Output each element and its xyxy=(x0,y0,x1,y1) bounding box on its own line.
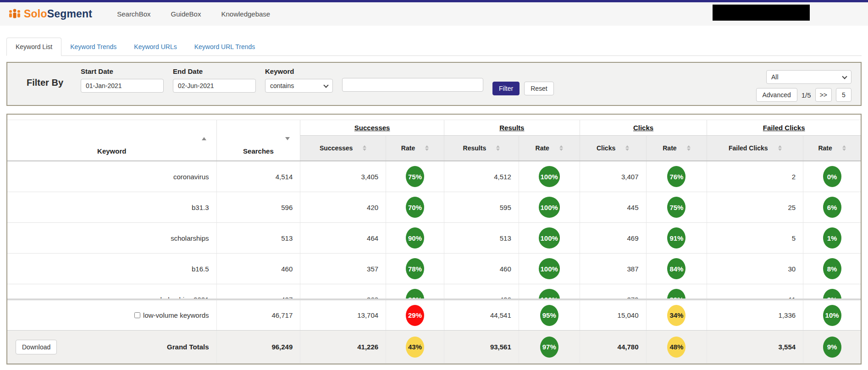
sort-both-icon[interactable] xyxy=(363,145,366,151)
brand-logo[interactable]: SoloSegment xyxy=(8,8,92,20)
results-cell: 4,512 xyxy=(444,161,519,192)
column-header-failed-clicks[interactable]: Failed Clicks xyxy=(707,135,803,160)
successes-cell: 368 xyxy=(300,284,386,298)
rate-badge: 29% xyxy=(406,305,424,326)
column-header-successes[interactable]: Successes xyxy=(300,135,386,160)
rate-badge: 9% xyxy=(823,337,841,358)
sort-asc-icon[interactable] xyxy=(202,137,206,140)
searches-cell: 46,717 xyxy=(216,300,300,330)
keyword-cell: coronavirus xyxy=(7,161,216,192)
table-row: scholarships 513 464 90% 513 100% 469 91… xyxy=(7,223,861,254)
download-button[interactable]: Download xyxy=(16,340,57,354)
sort-both-icon[interactable] xyxy=(687,145,691,151)
rate-badge: 90% xyxy=(406,227,424,249)
rate-badge: 43% xyxy=(406,337,424,358)
tab-keyword-url-trends[interactable]: Keyword URL Trends xyxy=(186,38,264,55)
rate-badge: 75% xyxy=(406,166,424,187)
rate-badge: 34% xyxy=(667,305,686,326)
grand-totals-label: Grand Totals xyxy=(167,343,209,351)
group-header-results[interactable]: Results xyxy=(444,120,580,135)
failed-rate-cell: 1% xyxy=(803,223,861,253)
failed-clicks-cell: 2 xyxy=(707,161,803,192)
results-rate-cell: 100% xyxy=(519,223,580,253)
filter-actions: Filter Reset xyxy=(492,82,554,95)
column-header-clicks-rate[interactable]: Rate xyxy=(646,135,707,160)
nav-item-knowledgebase[interactable]: Knowledgebase xyxy=(211,6,280,22)
nav-item-guidebox[interactable]: GuideBox xyxy=(161,6,211,22)
column-header-results-rate[interactable]: Rate xyxy=(519,135,580,160)
filter-title: Filter By xyxy=(27,77,63,88)
group-header-clicks[interactable]: Clicks xyxy=(580,120,707,135)
rate-badge: 1% xyxy=(823,227,841,249)
sort-both-icon[interactable] xyxy=(842,145,846,151)
searches-cell: 460 xyxy=(216,254,300,284)
tab-keyword-list[interactable]: Keyword List xyxy=(6,38,61,56)
table-top-strip xyxy=(7,115,861,120)
next-page-button[interactable]: >> xyxy=(815,88,832,102)
rate-badge: 70% xyxy=(406,197,424,218)
clicks-cell: 445 xyxy=(580,192,646,222)
nav-menu: SearchBox GuideBox Knowledgebase xyxy=(107,6,280,22)
column-header-failed-rate[interactable]: Rate xyxy=(803,135,861,160)
tab-bar: Keyword List Keyword Trends Keyword URLs… xyxy=(6,38,862,56)
keyword-cell: scholarships 2021 xyxy=(7,284,216,298)
people-icon xyxy=(8,8,21,20)
table-row: b31.3 596 420 70% 595 100% 445 75% 25 6% xyxy=(7,192,861,223)
sort-both-icon[interactable] xyxy=(778,145,782,151)
sort-desc-icon[interactable] xyxy=(285,137,290,140)
rate-badge: 84% xyxy=(667,258,686,279)
successes-cell: 13,704 xyxy=(300,300,386,330)
keyword-operator-select[interactable]: contains xyxy=(265,79,333,93)
failed-clicks-cell: 1,336 xyxy=(707,300,803,330)
sort-both-icon[interactable] xyxy=(425,145,429,151)
rate-badge: 78% xyxy=(406,258,424,279)
filter-panel: Filter By Start Date End Date Keyword co… xyxy=(6,62,862,106)
page-jump-button[interactable]: 5 xyxy=(836,88,851,102)
reset-button[interactable]: Reset xyxy=(524,82,554,95)
keyword-value-input[interactable] xyxy=(342,78,483,92)
keyword-value-group xyxy=(342,78,483,92)
success-rate-cell: 90% xyxy=(386,223,444,253)
failed-rate-cell: 8% xyxy=(803,254,861,284)
keyword-cell: low-volume keywords xyxy=(7,300,216,330)
success-rate-cell: 86% xyxy=(386,284,444,298)
searches-cell: 596 xyxy=(216,192,300,222)
sort-both-icon[interactable] xyxy=(625,145,629,151)
navbar: SoloSegment SearchBox GuideBox Knowledge… xyxy=(0,2,868,26)
table-header: Keyword Searches Successes Results Click… xyxy=(7,120,861,161)
page-size-select[interactable]: All xyxy=(766,70,851,84)
results-rate-cell: 100% xyxy=(519,192,580,222)
advanced-button[interactable]: Advanced xyxy=(756,88,797,102)
group-header-successes[interactable]: Successes xyxy=(300,120,444,135)
column-header-results[interactable]: Results xyxy=(444,135,519,160)
start-date-label: Start Date xyxy=(81,67,164,75)
tab-keyword-urls[interactable]: Keyword URLs xyxy=(125,38,185,55)
clicks-rate-cell: 91% xyxy=(646,223,707,253)
column-header-searches[interactable]: Searches xyxy=(216,120,300,160)
rate-badge: 100% xyxy=(539,166,560,187)
clicks-cell: 3,407 xyxy=(580,161,646,192)
rate-badge: 91% xyxy=(667,227,686,249)
sort-both-icon[interactable] xyxy=(559,145,563,151)
column-header-success-rate[interactable]: Rate xyxy=(386,135,444,160)
rate-badge: 95% xyxy=(540,305,558,326)
sort-both-icon[interactable] xyxy=(496,145,500,151)
start-date-group: Start Date xyxy=(81,67,164,93)
column-header-clicks[interactable]: Clicks xyxy=(580,135,646,160)
nav-item-searchbox[interactable]: SearchBox xyxy=(107,6,160,22)
filter-button[interactable]: Filter xyxy=(492,82,520,95)
pager: Advanced 1/5 >> 5 xyxy=(756,88,852,102)
low-volume-checkbox[interactable] xyxy=(134,312,140,318)
successes-cell: 420 xyxy=(300,192,386,222)
table-rows-viewport[interactable]: coronavirus 4,514 3,405 75% 4,512 100% 3… xyxy=(7,161,861,298)
start-date-input[interactable] xyxy=(81,79,164,93)
group-header-failed-clicks[interactable]: Failed Clicks xyxy=(707,120,861,135)
successes-cell: 41,226 xyxy=(300,331,386,363)
end-date-input[interactable] xyxy=(173,79,256,93)
rate-badge: 86% xyxy=(406,289,424,298)
tab-keyword-trends[interactable]: Keyword Trends xyxy=(61,38,125,55)
failed-clicks-cell: 25 xyxy=(707,192,803,222)
failed-rate-cell: 6% xyxy=(803,192,861,222)
table-row: scholarships 2021 427 368 86% 426 100% 3… xyxy=(7,284,861,298)
column-header-keyword[interactable]: Keyword xyxy=(7,120,216,160)
